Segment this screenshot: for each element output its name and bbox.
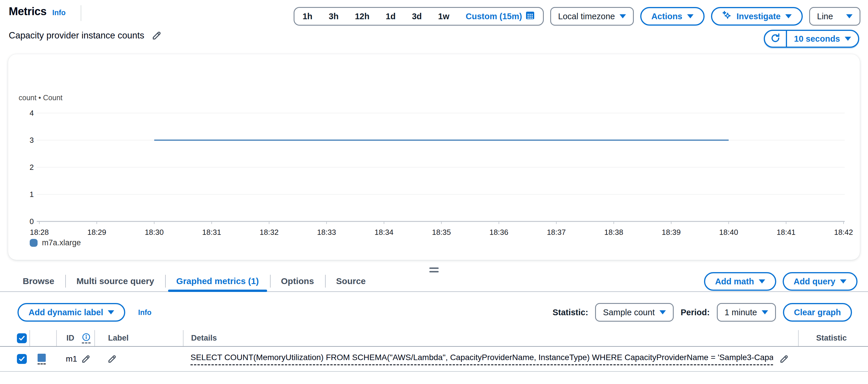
chart-type-dropdown[interactable]: Line	[809, 7, 861, 26]
time-range-1d[interactable]: 1d	[377, 8, 404, 25]
legend-label: m7a.xlarge	[42, 238, 81, 247]
edit-id-pencil-icon[interactable]	[81, 355, 90, 364]
clear-graph-label: Clear graph	[794, 308, 841, 317]
svg-text:18:29: 18:29	[87, 228, 106, 237]
chevron-down-icon	[759, 279, 765, 284]
line-chart[interactable]: count • Count0123418:2818:2918:3018:3118…	[8, 54, 860, 237]
statistic-period-row: Statistic: Sample count Period: 1 minute…	[553, 303, 852, 322]
panel-resize-handle[interactable]	[429, 267, 439, 272]
dynamic-label-info-link[interactable]: Info	[138, 308, 152, 317]
period-dropdown[interactable]: 1 minute	[717, 303, 776, 322]
time-range-segmented-control: 1h 3h 12h 1d 3d 1w Custom (15m)	[293, 7, 544, 26]
row-id-cell: m1	[56, 354, 94, 364]
statistic-dropdown[interactable]: Sample count	[595, 303, 674, 322]
svg-text:3: 3	[30, 136, 34, 145]
graph-title: Capacity provider instance counts	[9, 30, 144, 41]
chart-legend[interactable]: m7a.xlarge	[30, 238, 81, 247]
cloudwatch-metrics-page: Metrics Info 1h 3h 12h 1d 3d 1w Custom (…	[0, 0, 868, 384]
label-header-label: Label	[108, 333, 129, 343]
actions-label: Actions	[651, 12, 682, 21]
chart-type-value: Line	[817, 12, 833, 21]
chevron-down-icon	[687, 14, 693, 18]
actions-dropdown-button[interactable]: Actions	[640, 7, 704, 26]
svg-text:1: 1	[30, 190, 34, 199]
page-title: Metrics	[9, 5, 46, 18]
chevron-down-icon	[840, 279, 846, 284]
svg-text:4: 4	[30, 109, 34, 117]
chevron-down-icon	[785, 14, 792, 18]
add-query-dropdown-button[interactable]: Add query	[783, 272, 858, 291]
add-math-dropdown-button[interactable]: Add math	[704, 272, 776, 291]
time-range-1w[interactable]: 1w	[430, 8, 458, 25]
svg-text:18:33: 18:33	[317, 228, 336, 237]
svg-text:18:38: 18:38	[604, 228, 623, 237]
row-label-cell	[94, 355, 183, 364]
header-label-cell: Label	[94, 330, 183, 346]
row-checkbox[interactable]	[17, 354, 27, 364]
svg-text:18:30: 18:30	[145, 228, 164, 237]
chevron-down-icon	[846, 14, 852, 18]
refresh-interval-dropdown[interactable]: 10 seconds	[787, 31, 858, 47]
statistic-header-label: Statistic	[816, 333, 847, 343]
clear-graph-button[interactable]: Clear graph	[783, 303, 852, 322]
header-divider	[81, 5, 81, 21]
svg-text:18:42: 18:42	[834, 228, 853, 237]
row-color-cell	[29, 354, 56, 364]
timezone-value: Local timezone	[558, 12, 615, 21]
id-info-icon[interactable]	[82, 333, 91, 344]
graphed-metrics-table: ID Label Details Statistic	[0, 330, 868, 372]
tab-actions: Add math Add query	[704, 272, 858, 291]
lower-panel-tabbar: Browse Multi source query Graphed metric…	[0, 271, 868, 292]
chevron-down-icon	[762, 310, 768, 314]
chevron-down-icon	[659, 310, 666, 314]
chevron-down-icon	[845, 37, 851, 41]
period-label: Period:	[681, 308, 710, 317]
svg-text:18:34: 18:34	[375, 228, 394, 237]
series-color-picker[interactable]	[38, 354, 46, 364]
sparkle-icon	[722, 10, 732, 23]
edit-expression-pencil-icon[interactable]	[779, 355, 788, 364]
tab-options[interactable]: Options	[270, 271, 325, 291]
add-dynamic-label-dropdown-button[interactable]: Add dynamic label	[18, 303, 125, 322]
time-range-custom[interactable]: Custom (15m)	[458, 8, 543, 25]
time-range-custom-label: Custom (15m)	[466, 12, 522, 21]
svg-text:18:35: 18:35	[432, 228, 451, 237]
tab-multi-source-query[interactable]: Multi source query	[65, 271, 165, 291]
refresh-button[interactable]	[765, 31, 786, 47]
legend-swatch	[30, 239, 38, 247]
header-statistic-cell: Statistic	[798, 330, 868, 346]
edit-graph-title-pencil-icon[interactable]	[152, 31, 161, 40]
add-dynamic-label-text: Add dynamic label	[29, 308, 103, 317]
row-select-cell	[0, 354, 29, 364]
header-id-cell: ID	[56, 330, 94, 346]
tabs: Browse Multi source query Graphed metric…	[12, 271, 377, 291]
metrics-info-link[interactable]: Info	[53, 8, 66, 17]
svg-text:0: 0	[30, 217, 34, 226]
calendar-icon	[525, 11, 535, 22]
graph-title-row: Capacity provider instance counts	[9, 30, 161, 41]
investigate-label: Investigate	[737, 12, 781, 21]
id-header-label: ID	[66, 333, 74, 343]
svg-text:18:37: 18:37	[547, 228, 566, 237]
tab-browse[interactable]: Browse	[12, 271, 65, 291]
header-details-cell: Details	[183, 330, 798, 346]
metric-query-expression[interactable]: SELECT COUNT(MemoryUtilization) FROM SCH…	[190, 353, 773, 365]
tab-source[interactable]: Source	[325, 271, 377, 291]
statistic-label: Statistic:	[553, 308, 588, 317]
time-range-3d[interactable]: 3d	[404, 8, 430, 25]
metric-chart-card: count • Count0123418:2818:2918:3018:3118…	[8, 54, 860, 260]
time-range-1h[interactable]: 1h	[294, 8, 321, 25]
dynamic-label-row: Add dynamic label Info	[18, 303, 152, 322]
time-range-12h[interactable]: 12h	[347, 8, 377, 25]
table-row: m1 SELECT COUNT(MemoryUtilization) FROM …	[0, 347, 868, 372]
edit-label-pencil-icon[interactable]	[107, 355, 117, 364]
chevron-down-icon	[620, 14, 626, 18]
refresh-interval-value: 10 seconds	[794, 34, 840, 44]
time-range-3h[interactable]: 3h	[321, 8, 347, 25]
top-controls: 1h 3h 12h 1d 3d 1w Custom (15m) Local ti…	[293, 7, 861, 26]
tab-graphed-metrics[interactable]: Graphed metrics (1)	[165, 271, 270, 291]
statistic-value: Sample count	[603, 308, 654, 317]
timezone-dropdown[interactable]: Local timezone	[550, 7, 634, 26]
investigate-dropdown-button[interactable]: Investigate	[711, 7, 803, 26]
select-all-checkbox[interactable]	[17, 333, 27, 343]
